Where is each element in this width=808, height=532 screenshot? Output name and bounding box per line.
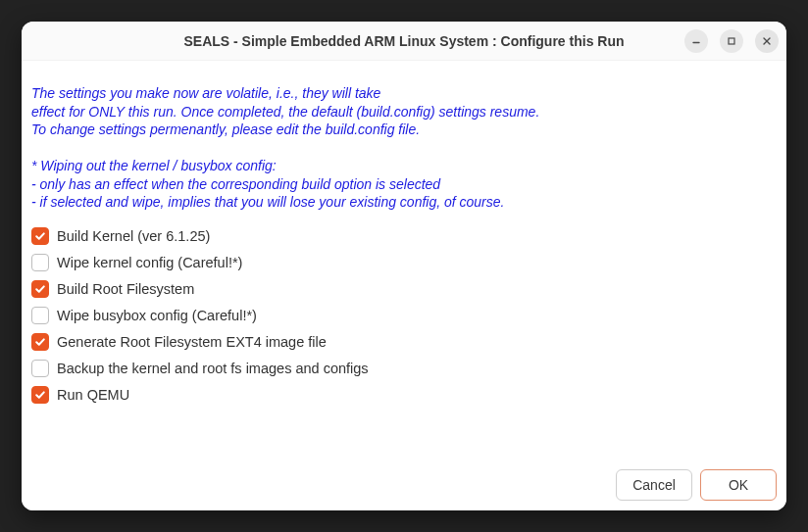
check-icon xyxy=(34,230,46,242)
info-line: - only has an effect when the correspond… xyxy=(31,176,440,192)
dialog-content: The settings you make now are volatile, … xyxy=(22,61,786,463)
maximize-icon xyxy=(727,36,736,46)
window-title: SEALS - Simple Embedded ARM Linux System… xyxy=(22,33,786,49)
checkbox[interactable] xyxy=(31,307,49,324)
option-row: Wipe kernel config (Careful!*) xyxy=(31,254,777,271)
option-row: Build Kernel (ver 6.1.25) xyxy=(31,227,777,245)
option-row: Generate Root Filesystem EXT4 image file xyxy=(31,333,777,351)
option-label: Backup the kernel and root fs images and… xyxy=(57,361,369,376)
option-label: Build Kernel (ver 6.1.25) xyxy=(57,228,210,244)
ok-button[interactable]: OK xyxy=(700,469,777,501)
checkbox[interactable] xyxy=(31,333,49,351)
info-line: The settings you make now are volatile, … xyxy=(31,85,380,101)
option-row: Backup the kernel and root fs images and… xyxy=(31,360,777,377)
check-icon xyxy=(34,336,46,348)
titlebar[interactable]: SEALS - Simple Embedded ARM Linux System… xyxy=(22,22,786,61)
dialog-footer: Cancel OK xyxy=(22,463,786,510)
option-row: Run QEMU xyxy=(31,386,777,404)
option-row: Build Root Filesystem xyxy=(31,280,777,298)
window-controls xyxy=(684,22,779,60)
option-label: Build Root Filesystem xyxy=(57,281,194,297)
close-button[interactable] xyxy=(755,29,779,53)
option-label: Wipe busybox config (Careful!*) xyxy=(57,308,257,323)
option-row: Wipe busybox config (Careful!*) xyxy=(31,307,777,324)
option-label: Generate Root Filesystem EXT4 image file xyxy=(57,334,327,350)
dialog-window: SEALS - Simple Embedded ARM Linux System… xyxy=(22,22,786,510)
minimize-button[interactable] xyxy=(684,29,708,53)
info-line: - if selected and wipe, implies that you… xyxy=(31,194,504,210)
check-icon xyxy=(34,283,46,295)
maximize-button[interactable] xyxy=(720,29,743,53)
option-label: Run QEMU xyxy=(57,387,129,403)
svg-rect-1 xyxy=(729,38,734,44)
info-text: The settings you make now are volatile, … xyxy=(31,67,777,212)
info-line: To change settings permenantly, please e… xyxy=(31,121,420,137)
info-line: effect for ONLY this run. Once completed… xyxy=(31,104,539,120)
cancel-button[interactable]: Cancel xyxy=(616,469,692,501)
checkbox[interactable] xyxy=(31,254,49,271)
minimize-icon xyxy=(691,36,701,46)
checkbox[interactable] xyxy=(31,280,49,298)
checkbox[interactable] xyxy=(31,386,49,404)
checkbox[interactable] xyxy=(31,227,49,245)
option-label: Wipe kernel config (Careful!*) xyxy=(57,255,242,270)
info-line: * Wiping out the kernel / busybox config… xyxy=(31,158,277,173)
check-icon xyxy=(34,389,46,401)
options-list: Build Kernel (ver 6.1.25)Wipe kernel con… xyxy=(31,227,777,404)
close-icon xyxy=(762,36,772,46)
checkbox[interactable] xyxy=(31,360,49,377)
